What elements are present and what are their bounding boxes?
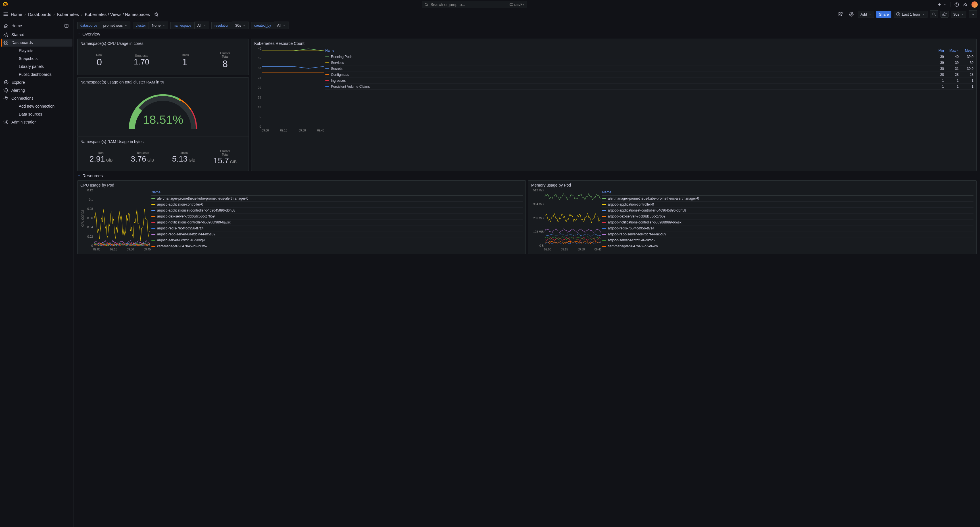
var-value[interactable]: 30s	[232, 22, 249, 29]
legend-row[interactable]: alertmanager-prometheus-kube-prometheus-…	[151, 196, 523, 202]
legend-row[interactable]: cert-manager-9647b459d-vd6ww	[602, 243, 974, 249]
legend-color	[325, 57, 329, 57]
time-range-picker[interactable]: Last 1 hour	[894, 11, 928, 18]
sidebar-item-explore[interactable]: Explore	[1, 78, 72, 86]
stat-label: ClusterTotal	[213, 149, 237, 156]
collapse-button[interactable]	[969, 10, 977, 18]
legend-row[interactable]: argocd-repo-server-6d4fdc7f44-m5c89	[602, 232, 974, 237]
var-cluster[interactable]: clusterNone	[133, 22, 168, 29]
legend-label: alertmanager-prometheus-kube-prometheus-…	[608, 197, 699, 200]
sidebar-subitem-public-dashboards[interactable]: Public dashboards	[1, 70, 72, 78]
menu-icon[interactable]	[3, 11, 8, 17]
breadcrumb-kubernetes[interactable]: Kubernetes	[57, 12, 79, 17]
breadcrumb-dashboards[interactable]: Dashboards	[28, 12, 51, 17]
svg-text:0: 0	[259, 125, 261, 129]
sidebar-item-connections[interactable]: Connections	[1, 94, 72, 102]
stat-label: Limits	[181, 53, 189, 57]
legend-name-header[interactable]: Name	[151, 189, 523, 196]
global-search-input[interactable]: Search or jump to... cmd+k	[422, 1, 527, 8]
var-namespace[interactable]: namespaceAll	[170, 22, 209, 29]
table-row[interactable]: Persistent Volume Claims111	[325, 84, 974, 90]
legend-color	[151, 228, 155, 229]
legend-row[interactable]: argocd-repo-server-6d4fdc7f44-m5c89	[151, 232, 523, 237]
legend-color	[602, 234, 606, 235]
sidebar-subitem-add-new-connection[interactable]: Add new connection	[1, 102, 72, 110]
share-button[interactable]: Share	[876, 11, 891, 18]
legend-row[interactable]: argocd-notifications-controller-658988f9…	[602, 219, 974, 225]
legend-color	[325, 80, 329, 81]
stat-label: Real	[89, 151, 113, 154]
legend-label: argocd-applicationset-controller-5469645…	[608, 208, 686, 213]
sidebar-item-starred[interactable]: Starred	[1, 31, 72, 39]
dock-icon[interactable]	[64, 23, 70, 29]
legend-label: argocd-redis-765f4cd956-tf7z4	[157, 226, 204, 230]
var-value[interactable]: prometheus	[100, 22, 130, 29]
row-max: 31	[944, 67, 959, 71]
resource-count-table: Name Min Max Mean Running Pods394039.0Se…	[325, 48, 974, 169]
zoom-out-button[interactable]	[930, 10, 938, 18]
legend-row[interactable]: argocd-dex-server-7dcb6dc56c-z7659	[151, 214, 523, 219]
var-created_by[interactable]: created_byAll	[251, 22, 289, 29]
var-datasource[interactable]: datasourceprometheus	[77, 22, 130, 29]
legend-row[interactable]: alertmanager-prometheus-kube-prometheus-…	[602, 196, 974, 202]
refresh-interval-picker[interactable]: 30s	[951, 11, 966, 18]
add-button[interactable]: Add	[858, 11, 874, 18]
legend-row[interactable]: argocd-application-controller-0	[602, 202, 974, 208]
table-row[interactable]: Ingresses111	[325, 78, 974, 84]
settings-icon-button[interactable]	[847, 10, 856, 18]
legend-color	[602, 228, 606, 229]
legend-name-header[interactable]: Name	[602, 189, 974, 196]
row-min: 1	[929, 85, 944, 89]
col-name[interactable]: Name	[325, 49, 929, 52]
var-value[interactable]: All	[194, 22, 209, 29]
legend-color	[602, 240, 606, 241]
legend-row[interactable]: argocd-server-6cdfbf546-9khg9	[151, 237, 523, 243]
legend-row[interactable]: argocd-dex-server-7dcb6dc56c-z7659	[602, 214, 974, 219]
legend-row[interactable]: argocd-applicationset-controller-5469645…	[151, 208, 523, 214]
chevron-down-icon[interactable]	[943, 3, 946, 6]
user-avatar[interactable]	[972, 2, 978, 8]
legend-row[interactable]: argocd-notifications-controller-658988f9…	[151, 219, 523, 225]
col-min[interactable]: Min	[929, 49, 944, 52]
svg-text:09:45: 09:45	[317, 129, 325, 132]
sidebar-item-administration[interactable]: Administration	[1, 118, 72, 126]
refresh-button[interactable]	[940, 11, 948, 17]
col-max[interactable]: Max	[944, 49, 959, 52]
sidebar-subitem-data-sources[interactable]: Data sources	[1, 110, 72, 118]
var-value[interactable]: All	[274, 22, 289, 29]
sidebar-item-home[interactable]: Home	[1, 21, 72, 31]
svg-text:512 MiB: 512 MiB	[533, 189, 544, 192]
sidebar-item-alerting[interactable]: Alerting	[1, 86, 72, 94]
panel-add-icon-button[interactable]	[836, 10, 845, 18]
sidebar-subitem-library-panels[interactable]: Library panels	[1, 62, 72, 70]
table-row[interactable]: Running Pods394039.0	[325, 54, 974, 60]
col-mean[interactable]: Mean	[959, 49, 974, 52]
breadcrumb-home[interactable]: Home	[11, 12, 22, 17]
svg-text:09:15: 09:15	[110, 248, 117, 251]
sidebar-subitem-snapshots[interactable]: Snapshots	[1, 54, 72, 62]
legend-color	[325, 62, 329, 63]
help-icon[interactable]	[955, 2, 959, 7]
sidebar-item-dashboards[interactable]: Dashboards	[1, 39, 72, 46]
legend-row[interactable]: argocd-application-controller-0	[151, 202, 523, 208]
rss-icon[interactable]	[963, 2, 967, 7]
table-row[interactable]: Configmaps282828	[325, 72, 974, 78]
legend-row[interactable]: argocd-redis-765f4cd956-tf7z4	[602, 225, 974, 232]
legend-row[interactable]: cert-manager-9647b459d-vd6ww	[151, 243, 523, 249]
row-resources-header[interactable]: Resources	[77, 173, 977, 178]
legend-label: argocd-repo-server-6d4fdc7f44-m5c89	[608, 232, 666, 236]
var-value[interactable]: None	[149, 22, 168, 29]
var-resolution[interactable]: resolution30s	[212, 22, 249, 29]
gauge-chart	[123, 86, 203, 135]
plus-icon[interactable]	[937, 2, 942, 7]
table-row[interactable]: Secrets303130.9	[325, 66, 974, 72]
legend-row[interactable]: argocd-server-6cdfbf546-9khg9	[602, 237, 974, 243]
sidebar-subitem-playlists[interactable]: Playlists	[1, 46, 72, 54]
table-row[interactable]: Services393939	[325, 60, 974, 66]
row-overview-header[interactable]: Overview	[77, 32, 977, 37]
legend-row[interactable]: argocd-applicationset-controller-5469645…	[602, 208, 974, 214]
star-icon[interactable]	[154, 12, 159, 16]
sidebar-item-label: Connections	[11, 96, 33, 100]
legend-row[interactable]: argocd-redis-765f4cd956-tf7z4	[151, 225, 523, 232]
legend-color	[325, 86, 329, 87]
